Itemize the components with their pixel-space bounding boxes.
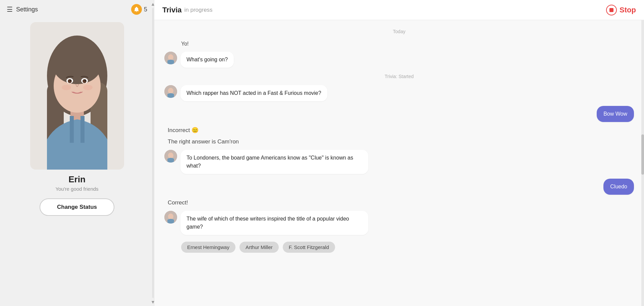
svg-point-15: [62, 85, 71, 90]
message-bubble-writers: The wife of which of these writers inspi…: [180, 211, 368, 235]
scrollbar-thumb[interactable]: [641, 134, 644, 175]
date-divider: Today: [164, 29, 634, 34]
bot-avatar-1: [164, 52, 177, 64]
left-panel: ☰ Settings 5: [0, 0, 154, 306]
bot-avatar-2: [164, 85, 177, 98]
svg-point-11: [70, 80, 71, 81]
message-row-rapper: Which rapper has NOT acted in a Fast & F…: [164, 85, 634, 101]
trivia-title: Trivia: [162, 6, 181, 14]
svg-rect-13: [70, 116, 74, 143]
avatar-image: [30, 22, 124, 170]
message-bubble: What's going on?: [180, 52, 234, 68]
svg-point-16: [83, 85, 93, 90]
message-row-writers: The wife of which of these writers inspi…: [164, 211, 634, 235]
bell-icon: [133, 6, 140, 12]
right-header: Trivia in progress Stop: [154, 0, 644, 20]
notification-badge: 5: [131, 4, 147, 15]
svg-point-24: [168, 152, 173, 159]
avatar-container: [30, 22, 124, 170]
message-row-cluedo: Cluedo: [164, 179, 634, 195]
system-trivia-started: Trivia: Started: [164, 74, 634, 79]
svg-point-10: [83, 79, 87, 83]
user-bubble-bowwow: Bow Wow: [597, 106, 634, 122]
answer-chip-miller[interactable]: Arthur Miller: [239, 242, 279, 253]
settings-label: Settings: [16, 6, 38, 13]
stop-label: Stop: [620, 6, 636, 14]
user-relationship: You're good friends: [55, 186, 98, 192]
scrollbar-right: [641, 20, 644, 306]
answer-chip-hemingway[interactable]: Ernest Hemingway: [181, 242, 235, 253]
stop-button[interactable]: Stop: [606, 5, 636, 15]
user-name: Erin: [68, 174, 86, 185]
scroll-track: [152, 8, 154, 298]
top-bar: ☰ Settings 5: [0, 0, 154, 19]
svg-point-21: [168, 88, 173, 94]
message-row-clue: To Londoners, the board game Americans k…: [164, 150, 634, 174]
message-yo: Yo!: [164, 41, 634, 47]
right-panel: Trivia in progress Stop Today Yo!: [154, 0, 644, 306]
svg-point-12: [85, 80, 86, 81]
correct-answer-message: The right answer is Cam'ron: [164, 138, 634, 145]
svg-point-18: [168, 54, 173, 60]
incorrect-message: Incorrect 😑: [164, 127, 634, 134]
correct-message: Correct!: [164, 199, 634, 206]
stop-icon: [606, 5, 617, 15]
notification-count: 5: [144, 6, 147, 13]
trivia-status: in progress: [184, 7, 212, 13]
message-row-bowwow: Bow Wow: [164, 106, 634, 122]
svg-point-6: [53, 47, 101, 84]
notification-icon[interactable]: [131, 4, 142, 15]
svg-rect-14: [80, 116, 85, 143]
bot-avatar-3: [164, 150, 177, 163]
message-bubble-clue: To Londoners, the board game Americans k…: [180, 150, 368, 174]
change-status-button[interactable]: Change Status: [40, 198, 114, 216]
svg-point-27: [168, 213, 173, 220]
svg-point-9: [68, 79, 72, 83]
user-bubble-cluedo: Cluedo: [603, 179, 634, 195]
hamburger-icon[interactable]: ☰: [7, 5, 13, 13]
message-bubble-rapper: Which rapper has NOT acted in a Fast & F…: [180, 85, 327, 101]
stop-square-icon: [609, 8, 613, 12]
answer-options: Ernest Hemingway Arthur Miller F. Scott …: [164, 242, 634, 253]
chat-area: Today Yo! What's going on? Trivia: Start…: [154, 20, 644, 306]
bot-avatar-4: [164, 211, 177, 224]
left-scroll: ▲ ▼: [152, 0, 154, 306]
message-row: What's going on?: [164, 52, 634, 68]
answer-chip-fitzgerald[interactable]: F. Scott Fitzgerald: [283, 242, 335, 253]
